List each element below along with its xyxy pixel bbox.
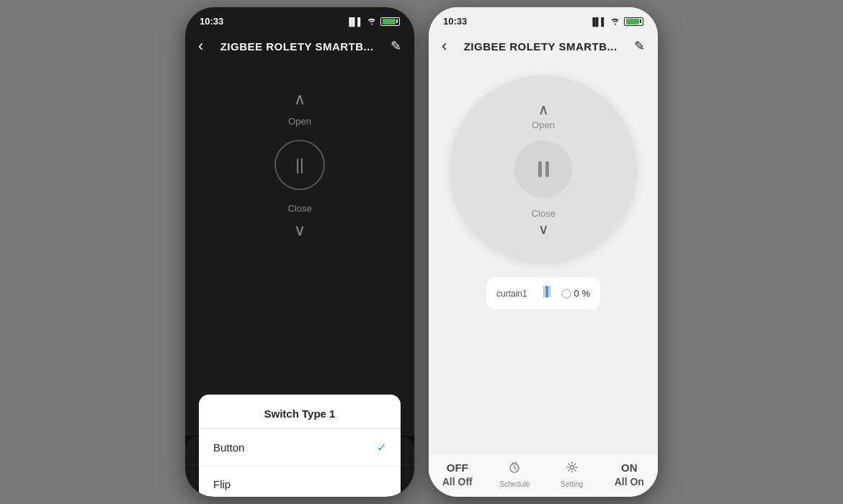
left-phone: 10:33 ▐▌▌ ‹ ZIGBEE ROLETY SMARTB... ✎ [185, 7, 414, 497]
left-status-bar: 10:33 ▐▌▌ [185, 7, 414, 31]
bottom-sheet: Setting Motor steering Forward › Switch … [185, 436, 414, 497]
close-chevron-icon[interactable]: ∨ [538, 220, 549, 238]
right-back-button[interactable]: ‹ [442, 37, 447, 55]
pause-button[interactable]: || [275, 140, 325, 190]
left-time: 10:33 [200, 16, 223, 27]
left-nav-title: ZIGBEE ROLETY SMARTB... [220, 40, 374, 53]
schedule-icon [507, 460, 522, 478]
close-area[interactable]: Close ∨ [531, 208, 555, 238]
close-label: Close [287, 203, 311, 214]
svg-rect-1 [543, 286, 545, 297]
all-off-sublabel: All Off [442, 476, 473, 487]
close-chevron-icon[interactable]: ∨ [294, 221, 305, 240]
setting-label: Setting [561, 480, 583, 488]
battery-icon [380, 17, 400, 26]
tab-schedule[interactable]: Schedule [486, 460, 544, 488]
tab-setting[interactable]: Setting [543, 460, 601, 488]
schedule-label: Schedule [499, 480, 530, 488]
slider-thumb[interactable] [561, 289, 571, 299]
curtain-icon [540, 284, 554, 302]
switch-type-dialog: Switch Type 1 Button ✓ Flip Cancel [199, 395, 401, 498]
svg-rect-2 [549, 286, 550, 297]
close-label: Close [531, 208, 555, 219]
svg-rect-0 [545, 286, 548, 297]
tab-all-on[interactable]: ON All On [601, 462, 659, 487]
pause-button[interactable] [514, 140, 572, 198]
right-battery-icon [624, 17, 643, 26]
pause-icon [538, 161, 549, 177]
open-label: Open [532, 120, 555, 130]
dialog-overlay: Switch Type 1 Button ✓ Flip Cancel [185, 436, 414, 497]
left-top-nav: ‹ ZIGBEE ROLETY SMARTB... ✎ [185, 31, 414, 61]
tab-bar: OFF All Off Schedule [429, 454, 658, 497]
right-time: 10:33 [443, 16, 467, 27]
open-chevron-icon[interactable]: ∧ [538, 101, 549, 118]
wifi-icon [367, 17, 377, 27]
all-off-label: OFF [447, 462, 468, 474]
curtain-label: curtain1 [496, 289, 532, 299]
right-signal-icon: ▐▌▌ [590, 17, 607, 26]
signal-icon: ▐▌▌ [347, 17, 363, 26]
right-phone: 10:33 ▐▌▌ ‹ ZIGBEE ROLETY SMARTB... ✎ [429, 7, 658, 497]
right-main-content: ∧ Open Close ∨ curtain1 [429, 61, 658, 485]
left-control-area: ∧ Open || Close ∨ [185, 61, 414, 254]
svg-rect-4 [512, 462, 514, 464]
dialog-option-flip[interactable]: Flip [199, 467, 401, 498]
left-back-button[interactable]: ‹ [198, 37, 203, 55]
dialog-title: Switch Type 1 [199, 395, 401, 429]
svg-rect-5 [515, 462, 517, 464]
right-status-icons: ▐▌▌ [590, 17, 643, 27]
left-edit-button[interactable]: ✎ [391, 38, 401, 54]
open-label: Open [288, 116, 311, 127]
curtain-slider-row: curtain1 0 % [486, 277, 600, 310]
setting-icon [565, 460, 579, 478]
check-icon: ✓ [377, 441, 386, 454]
svg-point-6 [570, 466, 574, 469]
right-top-nav: ‹ ZIGBEE ROLETY SMARTB... ✎ [429, 31, 658, 61]
tab-all-off[interactable]: OFF All Off [429, 462, 486, 487]
right-status-bar: 10:33 ▐▌▌ [429, 7, 658, 31]
right-wifi-icon [610, 17, 620, 27]
open-chevron-icon[interactable]: ∧ [294, 90, 305, 109]
right-nav-title: ZIGBEE ROLETY SMARTB... [464, 40, 617, 53]
left-status-icons: ▐▌▌ [347, 17, 400, 27]
right-edit-button[interactable]: ✎ [634, 38, 645, 54]
all-on-sublabel: All On [615, 476, 644, 487]
slider-percent: 0 % [568, 288, 590, 299]
open-area[interactable]: ∧ Open [532, 101, 555, 130]
control-circle: ∧ Open Close ∨ [450, 76, 637, 263]
all-on-label: ON [621, 462, 638, 474]
dialog-option-button[interactable]: Button ✓ [199, 429, 401, 467]
